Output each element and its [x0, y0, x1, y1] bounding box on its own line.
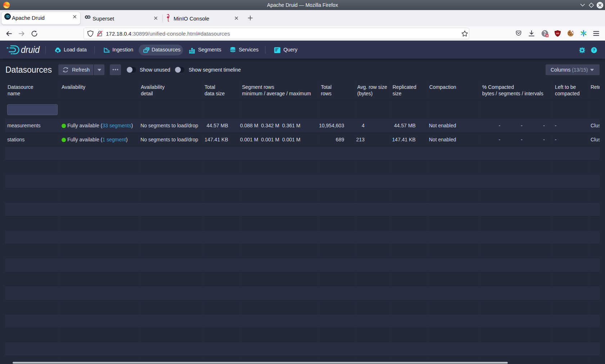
svg-text:?: ? — [593, 48, 595, 52]
svg-text:UO: UO — [556, 32, 559, 35]
